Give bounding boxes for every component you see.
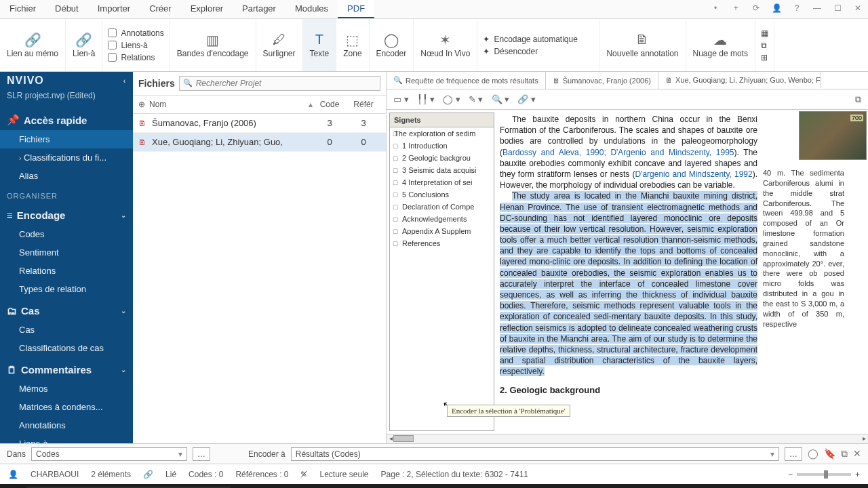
sidebar-item-types-relation[interactable]: Types de relation [0, 280, 133, 298]
expand-icon[interactable]: ⊕ [138, 100, 145, 109]
doc-tab-0[interactable]: 🔍Requête de fréquence de mots résultats [387, 72, 546, 89]
encodage-header[interactable]: ≡ Encodage ⌄ [0, 203, 133, 225]
tab-importer[interactable]: Importer [88, 0, 140, 18]
sync-icon[interactable]: ⟳ [746, 0, 766, 18]
zoom-icon[interactable]: 🔍 ▾ [492, 94, 510, 104]
code-tag-icon[interactable]: 🔖 [824, 448, 835, 460]
bookmark-6[interactable]: Declaration of Compe [390, 201, 494, 213]
sidebar-item-alias[interactable]: Alias [0, 167, 133, 185]
lien-memo-button[interactable]: 🔗 Lien au mémo [0, 19, 66, 71]
tab-pdf[interactable]: PDF [338, 0, 374, 18]
dans-more-button[interactable]: … [193, 447, 210, 461]
doc-tab-2[interactable]: 🗎Xue, Guoqiang; Li, Zhiyuan; Guo, Wenbo;… [658, 72, 821, 89]
texte-button[interactable]: T Texte [303, 19, 337, 71]
encoder-more-button[interactable]: … [785, 447, 802, 461]
sidebar-item-cas[interactable]: Cas [0, 321, 133, 339]
plus-icon[interactable]: + [726, 0, 746, 18]
desencoder-button[interactable]: ✦ Désencoder [483, 47, 593, 56]
extra1-icon[interactable]: ▦ [761, 28, 768, 38]
maximize-icon[interactable]: ☐ [827, 0, 848, 18]
sidebar-item-sentiment[interactable]: Sentiment [0, 243, 133, 262]
popout-icon[interactable]: ⧉ [855, 94, 861, 105]
col-code[interactable]: Code [313, 100, 347, 109]
cas-header[interactable]: 🗂 Cas ⌄ [0, 298, 133, 321]
zone-button[interactable]: ⬚ Zone [336, 19, 369, 71]
file-row-0[interactable]: 🗎Šumanovac, Franjo (2006) 3 3 [133, 114, 386, 133]
bookmark-9[interactable]: References [390, 237, 494, 249]
collapse-sidebar-icon[interactable]: ‹ [123, 77, 126, 85]
liensa-checkbox[interactable] [108, 41, 117, 49]
annotations-checkbox[interactable] [108, 28, 117, 37]
pen-icon[interactable]: ✎ ▾ [469, 94, 484, 104]
help-icon[interactable]: ? [787, 0, 807, 18]
code-overlap-icon[interactable]: ⧉ [841, 448, 848, 460]
lien-a-button[interactable]: 🔗 Lien-à [66, 19, 102, 71]
close-icon[interactable]: ✕ [848, 0, 868, 18]
scroll-right-icon[interactable]: ▸ [860, 434, 868, 442]
commentaires-header[interactable]: 🗒 Commentaires ⌄ [0, 357, 133, 380]
scroll-thumb[interactable] [393, 435, 414, 442]
sidebar-item-matrices[interactable]: Matrices à condens... [0, 398, 133, 416]
pdf-ref2[interactable]: D'argenio and Mindszenty, 1992 [635, 169, 752, 179]
extra2-icon[interactable]: ⧉ [761, 41, 768, 50]
tab-fichier[interactable]: Fichier [0, 0, 45, 18]
sidebar-item-fichiers[interactable]: Fichiers [0, 130, 133, 148]
zoom-slider[interactable] [797, 473, 851, 476]
bookmark-2[interactable]: 2 Geologic backgrou [390, 152, 494, 164]
surligner-button[interactable]: 🖊 Surligner [256, 19, 303, 71]
relations-checkbox[interactable] [108, 53, 117, 62]
pdf-icon: 🗎 [553, 77, 560, 85]
sidebar-item-annotations[interactable]: Annotations [0, 416, 133, 434]
pdf-highlight[interactable]: The study area is located in the Mianchi… [500, 191, 757, 376]
sidebar-item-relations[interactable]: Relations [0, 262, 133, 280]
bookmark-root[interactable]: The exploration of sedim [390, 127, 494, 140]
encoder-button[interactable]: ◯ Encoder [370, 19, 414, 71]
pdf-content[interactable]: The bauxite deposits in northern China o… [497, 110, 868, 434]
bookmark-1[interactable]: 1 Introduction [390, 140, 494, 152]
search-icon: 🔍 [393, 76, 403, 85]
encodage-auto-button[interactable]: ✦ Encodage automatique [483, 35, 593, 44]
search-input[interactable] [179, 76, 380, 91]
col-nom[interactable]: Nom [149, 100, 166, 109]
file-row-1[interactable]: 🗎Xue, Guoqiang; Li, Zhiyuan; Guo, 0 0 [133, 133, 386, 152]
dans-select[interactable]: Codes ▾ [31, 447, 187, 461]
sidebar-item-memos[interactable]: Mémos [0, 380, 133, 398]
bookmark-7[interactable]: Acknowledgements [390, 213, 494, 225]
pdf-ref1[interactable]: Bardossy and Aleva, 1990; D'Argenio and … [502, 148, 734, 157]
stripe-icon[interactable]: ╿╿ ▾ [417, 94, 435, 104]
dot-icon[interactable]: • [705, 0, 726, 18]
search-icon: 🔍 [183, 79, 193, 87]
zoom-out-icon[interactable]: − [788, 470, 793, 479]
tab-partager[interactable]: Partager [233, 0, 285, 18]
sidebar-item-codes[interactable]: Codes [0, 225, 133, 243]
tab-creer[interactable]: Créer [140, 0, 181, 18]
circle-icon[interactable]: ◯ ▾ [443, 94, 460, 104]
tab-explorer[interactable]: Explorer [181, 0, 233, 18]
noeud-button[interactable]: ✶ Nœud In Vivo [414, 19, 477, 71]
layout-icon[interactable]: ▭ ▾ [393, 94, 409, 104]
bookmark-5[interactable]: 5 Conclusions [390, 188, 494, 201]
horizontal-scrollbar[interactable]: ◂ ▸ [387, 434, 868, 443]
minimize-icon[interactable]: — [807, 0, 827, 18]
quick-access-header[interactable]: 📌 Accès rapide [0, 107, 133, 130]
code-close-icon[interactable]: ✕ [853, 448, 861, 460]
bookmark-8[interactable]: Appendix A Supplem [390, 225, 494, 237]
code-circle-icon[interactable]: ◯ [808, 448, 818, 460]
bookmark-4[interactable]: 4 Interpretation of sei [390, 176, 494, 188]
tab-debut[interactable]: Début [45, 0, 88, 18]
doc-tab-1[interactable]: 🗎Šumanovac, Franjo (2006) [546, 72, 658, 89]
sidebar-item-classifications-fichiers[interactable]: › Classifications du fi... [0, 148, 133, 167]
bookmark-3[interactable]: 3 Seismic data acquisi [390, 164, 494, 176]
user-icon[interactable]: 👤 [766, 0, 787, 18]
link-icon[interactable]: 🔗 ▾ [517, 94, 536, 104]
nuage-button[interactable]: ☁ Nuage de mots [686, 19, 755, 71]
nouvelle-annotation-button[interactable]: 🗎 Nouvelle annotation [599, 19, 686, 71]
tab-modules[interactable]: Modules [285, 0, 338, 18]
file-list-columns: ⊕ Nom ▴ Code Référ [133, 96, 386, 114]
col-refer[interactable]: Référ [347, 100, 380, 109]
bandes-button[interactable]: ▥ Bandes d'encodage [170, 19, 256, 71]
zoom-in-icon[interactable]: + [855, 470, 860, 479]
encoder-a-select[interactable]: Résultats (Codes) ▾ [291, 447, 779, 461]
extra3-icon[interactable]: ⊞ [761, 53, 768, 62]
sidebar-item-classifications-cas[interactable]: Classifications de cas [0, 339, 133, 357]
